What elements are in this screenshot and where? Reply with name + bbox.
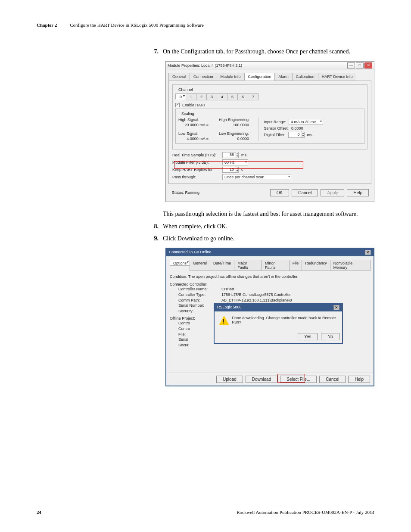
minimize-icon[interactable]: —	[347, 62, 355, 68]
rts-unit: ms	[241, 153, 246, 157]
enable-hart-checkbox[interactable]	[175, 103, 180, 107]
passthrough-select[interactable]: Once per channel scan	[222, 174, 291, 180]
rts-label: Real Time Sample (RTS):	[172, 153, 220, 157]
low-signal-label: Low Signal:	[178, 131, 209, 136]
ctrl-type-val: 1756-L75/B ControlLogix5575 Controller	[221, 292, 291, 297]
dialog2-title: Connected To Go Online	[169, 250, 211, 255]
tab-file[interactable]: File	[289, 260, 302, 271]
channel-5[interactable]: 5	[227, 93, 238, 100]
help-button-2[interactable]: Help	[348, 376, 370, 383]
figure-connected-go-online: Connected To Go Online ✕ Options General…	[165, 248, 374, 386]
messagebox-close-icon[interactable]: ✕	[333, 305, 339, 310]
tab-general[interactable]: General	[168, 73, 190, 81]
high-signal-value: 20.0000 mA =	[178, 123, 209, 127]
close-icon[interactable]: ✕	[365, 250, 371, 255]
download-button[interactable]: Download	[246, 376, 277, 383]
ctrl-name-key: Controller Name:	[178, 286, 221, 292]
messagebox-rslogix: RSLogix 5000 ✕ Done downloading. Change …	[214, 303, 343, 344]
publication-info: Rockwell Automation Publication PROCES-U…	[237, 510, 374, 515]
apply-button: Apply	[321, 189, 344, 196]
tab-redundancy[interactable]: Redundancy	[302, 260, 330, 271]
enable-hart-label: Enable HART	[182, 103, 206, 107]
tab-minor-faults[interactable]: Minor Faults	[262, 260, 290, 271]
sensor-offset-value: 0.0000	[291, 126, 303, 131]
input-range-select[interactable]: 4 mA to 20 mA	[289, 119, 323, 125]
tab-options[interactable]: Options	[170, 260, 190, 266]
ctrl-type-key: Controller Type:	[178, 292, 221, 298]
channel-0[interactable]: 0	[175, 93, 186, 100]
low-eng-label: Low Engineering:	[219, 131, 250, 136]
step-7-text: On the Configuration tab, for Passthroug…	[163, 47, 350, 56]
warning-icon	[219, 316, 228, 326]
highlight-passthrough	[174, 161, 303, 169]
tab-major-faults[interactable]: Major Faults	[234, 260, 262, 271]
condition-text: Condition: The open project has offline …	[170, 274, 370, 279]
paragraph-passthrough-note: This passthrough selection is the fastes…	[163, 210, 374, 218]
step-8-text: When complete, click OK.	[163, 222, 227, 231]
tab-datetime[interactable]: Date/Time	[210, 260, 234, 271]
channel-tabs[interactable]: 0 1 2 3 4 5 6 7	[175, 93, 364, 100]
scaling-label: Scaling	[180, 112, 196, 116]
dialog2-tabs[interactable]: Options General Date/Time Major Faults M…	[170, 260, 370, 271]
highlight-download	[277, 374, 305, 383]
window-buttons[interactable]: —□✕	[346, 62, 372, 68]
low-eng-value: 0.0000	[219, 137, 249, 141]
comm-path-val: AB_ETHIP-1\192.168.1.111\Backplane\0	[221, 298, 292, 302]
figure-module-properties: Module Properties: Local:4 (1756-IF8H 2.…	[165, 61, 374, 202]
messagebox-title: RSLogix 5000	[217, 305, 242, 310]
channel-2[interactable]: 2	[196, 93, 207, 100]
channel-7[interactable]: 7	[248, 93, 258, 100]
cancel-button-2[interactable]: Cancel	[319, 376, 346, 383]
tab-alarm[interactable]: Alarm	[274, 73, 293, 81]
chapter-label: Chapter 2	[37, 22, 57, 28]
high-eng-value: 100.0000	[219, 123, 249, 127]
passthrough-label: Pass through:	[172, 175, 220, 179]
close-icon[interactable]: ✕	[364, 62, 372, 68]
step-8-num: 8.	[151, 222, 159, 231]
page-number: 24	[37, 510, 41, 515]
maximize-icon[interactable]: □	[356, 62, 364, 68]
digital-filter-unit: ms	[307, 133, 312, 137]
high-eng-label: High Engineering:	[219, 118, 250, 122]
tab-calibration[interactable]: Calibration	[292, 73, 318, 81]
upload-button[interactable]: Upload	[216, 376, 243, 383]
step-9-num: 9.	[151, 234, 159, 243]
connected-controller-label: Connected Controller:	[170, 282, 370, 286]
tab-hart-device-info[interactable]: HART Device Info	[318, 73, 357, 81]
window-title: Module Properties: Local:4 (1756-IF8H 2.…	[168, 63, 242, 68]
tab-connection[interactable]: Connection	[190, 73, 217, 81]
tab-nvmem[interactable]: Nonvolatile Memory	[330, 260, 371, 271]
high-signal-label: High Signal:	[178, 118, 209, 122]
chapter-title: Configure the HART Device in RSLogix 500…	[70, 22, 204, 28]
channel-3[interactable]: 3	[206, 93, 217, 100]
ctrl-name-val: EHHart	[221, 287, 234, 291]
yes-button[interactable]: Yes	[298, 333, 318, 340]
comm-path-key: Comm Path:	[178, 298, 221, 303]
channel-6[interactable]: 6	[237, 93, 248, 100]
step-7-num: 7.	[151, 47, 159, 56]
tab-general2[interactable]: General	[190, 260, 210, 271]
status-text: Status: Running	[168, 189, 203, 196]
dialog-tabs[interactable]: General Connection Module Info Configura…	[166, 70, 374, 81]
cancel-button[interactable]: Cancel	[292, 189, 318, 196]
digital-filter-label: Digital Filter:	[264, 133, 286, 137]
step-9-text: Click Download to go online.	[163, 234, 234, 243]
channel-4[interactable]: 4	[217, 93, 227, 100]
no-button[interactable]: No	[321, 333, 339, 340]
digital-filter-spinner[interactable]: 0	[288, 132, 305, 138]
low-signal-value: 4.0000 mA =	[178, 137, 209, 141]
sensor-offset-label: Sensor Offset:	[264, 126, 289, 131]
rts-spinner[interactable]: 88	[222, 152, 239, 158]
tab-module-info[interactable]: Module Info	[217, 73, 245, 81]
channel-1[interactable]: 1	[186, 93, 196, 100]
help-button[interactable]: Help	[347, 189, 369, 196]
messagebox-text: Done downloading. Change controller mode…	[232, 316, 338, 324]
ok-button[interactable]: OK	[270, 189, 289, 196]
input-range-label: Input Range:	[264, 120, 286, 124]
tab-configuration[interactable]: Configuration	[244, 73, 275, 81]
channel-group-label: Channel	[177, 87, 194, 92]
